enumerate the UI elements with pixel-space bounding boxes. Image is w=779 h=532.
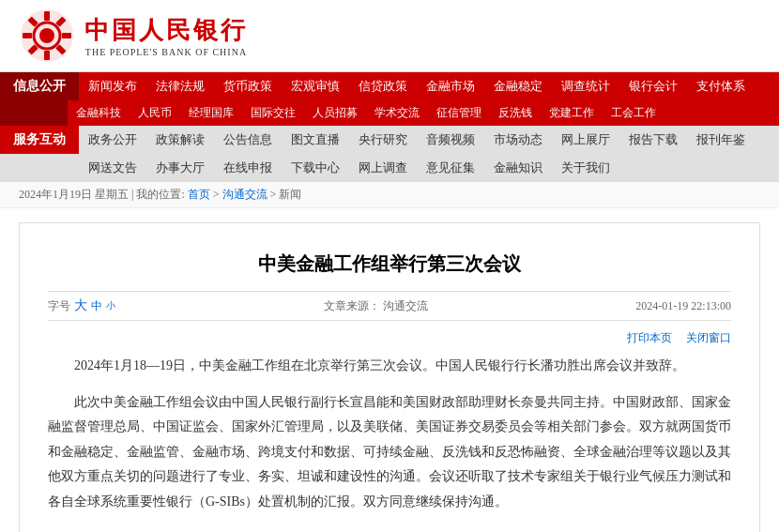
svg-point-1 — [39, 28, 54, 43]
article-actions-top: 打印本页 关闭窗口 — [48, 330, 731, 346]
logo-text: 中国人民银行 THE PEOPLE'S BANK OF CHINA — [84, 14, 248, 57]
source-value: 沟通交流 — [383, 299, 428, 312]
nav-yinpin[interactable]: 音频视频 — [417, 126, 484, 154]
nav-yijianzheng[interactable]: 意见征集 — [417, 154, 484, 182]
logo-container: 中国人民银行 THE PEOPLE'S BANK OF CHINA — [19, 8, 248, 64]
article-source: 文章来源： 沟通交流 — [324, 298, 428, 314]
article-paragraph-2: 此次中美金融工作组会议由中国人民银行副行长宣昌能和美国财政部助理财长奈曼共同主持… — [48, 390, 731, 515]
site-header: 中国人民银行 THE PEOPLE'S BANK OF CHINA — [0, 0, 779, 72]
nav-rmb[interactable]: 人民币 — [130, 100, 180, 126]
logo-english: THE PEOPLE'S BANK OF CHINA — [85, 47, 247, 57]
close-button-top[interactable]: 关闭窗口 — [686, 330, 731, 346]
nav-zhengxin[interactable]: 征信管理 — [428, 100, 490, 126]
breadcrumb-home[interactable]: 首页 — [188, 188, 210, 201]
nav-label-2 — [0, 100, 68, 126]
nav-secondary: 服务互动 政务公开 政策解读 公告信息 图文直播 央行研究 音频视频 市场动态 … — [0, 126, 779, 182]
breadcrumb-arrow2: > — [270, 188, 280, 201]
nav-label-1: 信息公开 — [0, 72, 79, 100]
source-label: 文章来源： — [324, 299, 380, 312]
nav-wangsong[interactable]: 网送文告 — [79, 154, 146, 182]
logo-chinese: 中国人民银行 — [84, 14, 248, 47]
nav-row-2: 金融科技 人民币 经理国库 国际交往 人员招募 学术交流 征信管理 反洗钱 党建… — [0, 100, 779, 126]
article-container: 中美金融工作组举行第三次会议 字号 大 中 小 文章来源： 沟通交流 2024-… — [19, 222, 760, 532]
nav-yanghangyjiu[interactable]: 央行研究 — [349, 126, 417, 154]
article-body: 2024年1月18—19日，中美金融工作组在北京举行第三次会议。中国人民银行行长… — [48, 354, 731, 515]
svg-rect-8 — [23, 33, 32, 38]
nav-baokannj[interactable]: 报刊年鉴 — [687, 126, 755, 154]
breadcrumb-section[interactable]: 沟通交流 — [222, 188, 267, 201]
svg-rect-4 — [62, 33, 71, 38]
nav-row-4: 服务互动 网送文告 办事大厅 在线申报 下载中心 网上调查 意见征集 金融知识 … — [0, 154, 779, 182]
nav-xinwen[interactable]: 新闻发布 — [79, 72, 146, 100]
nav-hongguan[interactable]: 宏观审慎 — [282, 72, 349, 100]
font-medium-button[interactable]: 中 — [91, 298, 102, 314]
print-button-top[interactable]: 打印本页 — [627, 330, 672, 346]
article-title: 中美金融工作组举行第三次会议 — [48, 242, 731, 291]
nav-label-3: 服务互动 — [0, 126, 79, 154]
article-date: 2024-01-19 22:13:00 — [635, 299, 731, 313]
nav-falv[interactable]: 法律法规 — [146, 72, 214, 100]
nav-huobi[interactable]: 货币政策 — [214, 72, 282, 100]
nav-guoji[interactable]: 国际交往 — [242, 100, 304, 126]
nav-faxijian[interactable]: 反洗钱 — [490, 100, 541, 126]
nav-row-3: 服务互动 政务公开 政策解读 公告信息 图文直播 央行研究 音频视频 市场动态 … — [0, 126, 779, 154]
nav-wangdiaocha[interactable]: 网上调查 — [349, 154, 417, 182]
nav-diaocha[interactable]: 调查统计 — [552, 72, 619, 100]
font-size-controls: 字号 大 中 小 — [48, 297, 115, 314]
nav-xiazai[interactable]: 下载中心 — [282, 154, 349, 182]
nav-row-2-items: 金融科技 人民币 经理国库 国际交往 人员招募 学术交流 征信管理 反洗钱 党建… — [68, 100, 779, 126]
article-actions-bottom: 打印本页 关闭窗口 — [48, 529, 731, 532]
nav-gonghui[interactable]: 工会工作 — [603, 100, 664, 126]
nav-renzhao[interactable]: 人员招募 — [304, 100, 366, 126]
nav-zhengwugk[interactable]: 政务公开 — [79, 126, 146, 154]
breadcrumb-arrow1: > — [213, 188, 222, 201]
nav-xindai[interactable]: 信贷政策 — [349, 72, 417, 100]
nav-baogao[interactable]: 报告下载 — [619, 126, 687, 154]
nav-jrkj[interactable]: 金融科技 — [68, 100, 130, 126]
nav-jinrongsc[interactable]: 金融市场 — [417, 72, 484, 100]
nav-wrapper: 信息公开 新闻发布 法律法规 货币政策 宏观审慎 信贷政策 金融市场 金融稳定 … — [0, 72, 779, 126]
article-meta: 字号 大 中 小 文章来源： 沟通交流 2024-01-19 22:13:00 — [48, 291, 731, 321]
nav-guanyuwm[interactable]: 关于我们 — [552, 154, 619, 182]
nav-row-1: 信息公开 新闻发布 法律法规 货币政策 宏观审慎 信贷政策 金融市场 金融稳定 … — [0, 72, 779, 100]
svg-rect-2 — [44, 11, 50, 21]
breadcrumb-location-label: 我的位置: — [136, 188, 184, 201]
nav-zaixian[interactable]: 在线申报 — [214, 154, 282, 182]
nav-tuwen[interactable]: 图文直播 — [282, 126, 349, 154]
breadcrumb-date: 2024年1月19日 星期五 — [19, 188, 129, 201]
nav-banshidating[interactable]: 办事大厅 — [146, 154, 214, 182]
svg-rect-6 — [44, 51, 50, 60]
nav-row-4-items: 网送文告 办事大厅 在线申报 下载中心 网上调查 意见征集 金融知识 关于我们 — [79, 154, 779, 182]
nav-guoku[interactable]: 经理国库 — [180, 100, 242, 126]
nav-row-3-items: 政务公开 政策解读 公告信息 图文直播 央行研究 音频视频 市场动态 网上展厅 … — [79, 126, 779, 154]
nav-yinhang[interactable]: 银行会计 — [619, 72, 687, 100]
nav-wangzhan[interactable]: 网上展厅 — [552, 126, 619, 154]
article-paragraph-1: 2024年1月18—19日，中美金融工作组在北京举行第三次会议。中国人民银行行长… — [48, 354, 731, 379]
nav-xueshu[interactable]: 学术交流 — [366, 100, 428, 126]
nav-jinrongwd[interactable]: 金融稳定 — [484, 72, 552, 100]
font-label: 字号 — [48, 298, 70, 314]
nav-zhengcejd[interactable]: 政策解读 — [146, 126, 214, 154]
nav-row-1-items: 新闻发布 法律法规 货币政策 宏观审慎 信贷政策 金融市场 金融稳定 调查统计 … — [79, 72, 779, 100]
nav-gonggaoxinxi[interactable]: 公告信息 — [214, 126, 282, 154]
font-large-button[interactable]: 大 — [74, 297, 87, 314]
bank-emblem — [19, 8, 75, 64]
font-small-button[interactable]: 小 — [106, 299, 115, 312]
nav-dangjianzuo[interactable]: 党建工作 — [541, 100, 603, 126]
breadcrumb-page: 新闻 — [279, 188, 301, 201]
nav-shichang[interactable]: 市场动态 — [484, 126, 552, 154]
nav-zhifu[interactable]: 支付体系 — [687, 72, 755, 100]
content-wrapper: 中美金融工作组举行第三次会议 字号 大 中 小 文章来源： 沟通交流 2024-… — [0, 208, 779, 532]
nav-jinrongzs[interactable]: 金融知识 — [484, 154, 552, 182]
breadcrumb: 2024年1月19日 星期五 | 我的位置: 首页 > 沟通交流 > 新闻 — [0, 182, 779, 208]
